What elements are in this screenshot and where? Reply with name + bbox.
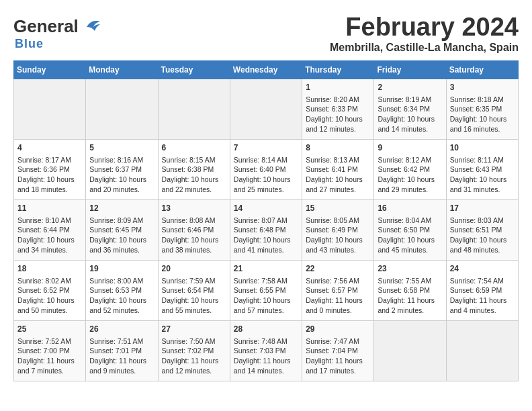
title-area: February 2024 Membrilla, Castille-La Man… (330, 13, 519, 54)
calendar-cell: 8Sunrise: 8:13 AMSunset: 6:41 PMDaylight… (302, 139, 374, 199)
day-number: 2 (378, 82, 442, 93)
daylight-label: Daylight: 11 hours and 14 minutes. (234, 357, 291, 375)
sunrise-label: Sunrise: 7:51 AM (89, 337, 143, 345)
daylight-label: Daylight: 11 hours and 9 minutes. (89, 357, 146, 375)
daylight-label: Daylight: 10 hours and 50 minutes. (17, 296, 75, 314)
day-header-tuesday: Tuesday (158, 60, 230, 79)
day-number: 26 (89, 324, 154, 335)
calendar-week-row: 11Sunrise: 8:10 AMSunset: 6:44 PMDayligh… (14, 199, 519, 260)
sunrise-label: Sunrise: 8:15 AM (162, 156, 216, 164)
day-number: 21 (234, 263, 298, 275)
daylight-label: Daylight: 10 hours and 14 minutes. (378, 115, 435, 133)
sunset-label: Sunset: 6:44 PM (17, 226, 70, 234)
sunrise-label: Sunrise: 8:19 AM (378, 95, 431, 103)
calendar-cell: 9Sunrise: 8:12 AMSunset: 6:42 PMDaylight… (374, 139, 446, 199)
calendar-cell (374, 320, 446, 381)
calendar-cell: 22Sunrise: 7:56 AMSunset: 6:57 PMDayligh… (302, 260, 374, 320)
sunset-label: Sunset: 7:01 PM (89, 347, 142, 355)
calendar-cell: 11Sunrise: 8:10 AMSunset: 6:44 PMDayligh… (14, 199, 86, 260)
day-number: 11 (17, 203, 82, 214)
sunset-label: Sunset: 6:42 PM (378, 165, 430, 173)
calendar-cell: 1Sunrise: 8:20 AMSunset: 6:33 PMDaylight… (302, 79, 374, 139)
day-number: 16 (378, 203, 442, 214)
sunset-label: Sunset: 6:51 PM (450, 226, 502, 234)
sunrise-label: Sunrise: 8:10 AM (17, 216, 71, 224)
calendar-cell (86, 79, 158, 139)
sunrise-label: Sunrise: 7:48 AM (234, 337, 287, 345)
sunset-label: Sunset: 6:43 PM (450, 165, 502, 173)
day-number: 18 (17, 263, 82, 275)
daylight-label: Daylight: 11 hours and 4 minutes. (450, 296, 507, 314)
logo-blue: Blue (15, 37, 44, 50)
sunset-label: Sunset: 6:59 PM (450, 286, 502, 294)
day-number: 8 (306, 142, 370, 154)
daylight-label: Daylight: 10 hours and 29 minutes. (378, 175, 435, 193)
calendar-cell: 27Sunrise: 7:50 AMSunset: 7:02 PMDayligh… (158, 320, 230, 381)
location-subtitle: Membrilla, Castille-La Mancha, Spain (330, 42, 519, 54)
day-number: 23 (378, 263, 442, 275)
daylight-label: Daylight: 10 hours and 18 minutes. (17, 175, 75, 193)
sunset-label: Sunset: 6:54 PM (162, 286, 214, 294)
sunrise-label: Sunrise: 8:18 AM (450, 95, 504, 103)
day-number: 9 (378, 142, 442, 154)
sunrise-label: Sunrise: 7:56 AM (306, 277, 359, 285)
daylight-label: Daylight: 10 hours and 16 minutes. (450, 115, 507, 133)
daylight-label: Daylight: 10 hours and 48 minutes. (450, 236, 507, 254)
sunset-label: Sunset: 6:37 PM (89, 165, 142, 173)
day-number: 10 (450, 142, 515, 154)
daylight-label: Daylight: 10 hours and 43 minutes. (306, 236, 363, 254)
daylight-label: Daylight: 11 hours and 0 minutes. (306, 296, 363, 314)
sunset-label: Sunset: 6:58 PM (378, 286, 430, 294)
sunrise-label: Sunrise: 8:04 AM (378, 216, 431, 224)
day-number: 22 (306, 263, 370, 275)
sunrise-label: Sunrise: 8:17 AM (17, 156, 71, 164)
day-number: 24 (450, 263, 515, 275)
sunrise-label: Sunrise: 8:12 AM (378, 156, 431, 164)
day-header-wednesday: Wednesday (230, 60, 302, 79)
sunset-label: Sunset: 6:57 PM (306, 286, 358, 294)
calendar-cell: 7Sunrise: 8:14 AMSunset: 6:40 PMDaylight… (230, 139, 302, 199)
sunrise-label: Sunrise: 7:55 AM (378, 277, 431, 285)
calendar-cell: 15Sunrise: 8:05 AMSunset: 6:49 PMDayligh… (302, 199, 374, 260)
daylight-label: Daylight: 11 hours and 7 minutes. (17, 357, 75, 375)
sunset-label: Sunset: 6:55 PM (234, 286, 286, 294)
sunset-label: Sunset: 6:45 PM (89, 226, 142, 234)
calendar-cell (158, 79, 230, 139)
sunset-label: Sunset: 7:03 PM (234, 347, 286, 355)
calendar-cell: 19Sunrise: 8:00 AMSunset: 6:53 PMDayligh… (86, 260, 158, 320)
sunrise-label: Sunrise: 7:54 AM (450, 277, 504, 285)
header: General Blue February 2024 Membrilla, Ca… (13, 13, 519, 54)
daylight-label: Daylight: 10 hours and 34 minutes. (17, 236, 75, 254)
day-number: 19 (89, 263, 154, 275)
daylight-label: Daylight: 10 hours and 25 minutes. (234, 175, 291, 193)
day-header-monday: Monday (86, 60, 158, 79)
calendar-cell: 2Sunrise: 8:19 AMSunset: 6:34 PMDaylight… (374, 79, 446, 139)
daylight-label: Daylight: 10 hours and 57 minutes. (234, 296, 291, 314)
sunrise-label: Sunrise: 8:05 AM (306, 216, 359, 224)
calendar-week-row: 1Sunrise: 8:20 AMSunset: 6:33 PMDaylight… (14, 79, 519, 139)
day-number: 20 (162, 263, 226, 275)
day-header-saturday: Saturday (446, 60, 518, 79)
calendar-week-row: 18Sunrise: 8:02 AMSunset: 6:52 PMDayligh… (14, 260, 519, 320)
sunrise-label: Sunrise: 7:59 AM (162, 277, 216, 285)
calendar-cell (230, 79, 302, 139)
sunset-label: Sunset: 7:00 PM (17, 347, 70, 355)
day-number: 14 (234, 203, 298, 214)
sunset-label: Sunset: 7:04 PM (306, 347, 358, 355)
sunrise-label: Sunrise: 8:16 AM (89, 156, 143, 164)
sunrise-label: Sunrise: 8:20 AM (306, 95, 359, 103)
calendar-cell: 6Sunrise: 8:15 AMSunset: 6:38 PMDaylight… (158, 139, 230, 199)
sunset-label: Sunset: 6:33 PM (306, 105, 358, 113)
daylight-label: Daylight: 10 hours and 52 minutes. (89, 296, 146, 314)
daylight-label: Daylight: 10 hours and 55 minutes. (162, 296, 219, 314)
calendar-cell: 18Sunrise: 8:02 AMSunset: 6:52 PMDayligh… (14, 260, 86, 320)
day-number: 25 (17, 324, 82, 335)
sunset-label: Sunset: 6:50 PM (378, 226, 430, 234)
calendar-cell: 20Sunrise: 7:59 AMSunset: 6:54 PMDayligh… (158, 260, 230, 320)
calendar-cell: 29Sunrise: 7:47 AMSunset: 7:04 PMDayligh… (302, 320, 374, 381)
calendar-cell (14, 79, 86, 139)
sunset-label: Sunset: 6:49 PM (306, 226, 358, 234)
daylight-label: Daylight: 10 hours and 38 minutes. (162, 236, 219, 254)
logo: General Blue (13, 16, 101, 51)
sunrise-label: Sunrise: 8:03 AM (450, 216, 504, 224)
